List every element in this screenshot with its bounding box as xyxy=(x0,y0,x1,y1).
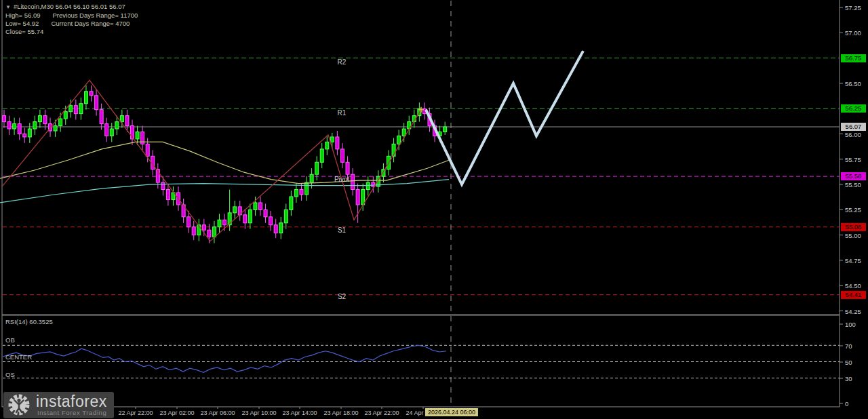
instaforex-logo: instaforex Instant Forex Trading xyxy=(3,392,114,418)
rsi-tick-label: 0 xyxy=(845,400,848,407)
candle-body xyxy=(7,122,11,129)
candle-body xyxy=(366,182,370,189)
candle-body xyxy=(125,116,129,126)
level-label-r1: R1 xyxy=(324,109,359,117)
price-level-badge-s1: 55.08 xyxy=(841,223,866,231)
price-level-badge-current_price: 56.07 xyxy=(841,123,866,131)
current-days-range: Current Days Range= 4700 xyxy=(51,20,130,27)
candle-body xyxy=(294,190,298,197)
level-label-s1: S1 xyxy=(324,226,359,234)
rsi-center-label: CENTER xyxy=(5,353,32,361)
symbol-title: #Litecoin,M30 56.04 56.10 56.01 56.07 xyxy=(14,3,125,10)
price-level-badge-s2: 54.41 xyxy=(841,291,866,299)
candle-body xyxy=(279,223,283,233)
rsi-line xyxy=(3,345,446,372)
candle-body xyxy=(161,182,165,189)
price-tick-label: 54.25 xyxy=(845,308,861,315)
symbol-title-line: ▼#Litecoin,M30 56.04 56.10 56.01 56.07 xyxy=(5,3,138,12)
day-low-value: Low= 54.92 xyxy=(5,20,39,27)
candle-body xyxy=(326,142,329,148)
candle-body xyxy=(340,149,344,162)
price-tick-label: 56.00 xyxy=(845,131,861,138)
candle-body xyxy=(402,129,406,136)
candle-body xyxy=(64,112,67,119)
logo-wordmark: instaforex xyxy=(36,395,107,409)
time-tick-label: 23 Apr 14:00 xyxy=(282,410,317,416)
time-tick-label: 23 Apr 18:00 xyxy=(323,410,358,416)
price-level-badge-pivot: 55.58 xyxy=(841,172,866,180)
candle-body xyxy=(320,149,323,162)
price-tick-label: 55.50 xyxy=(845,181,861,188)
candle-body xyxy=(290,197,293,210)
candle-body xyxy=(315,162,319,174)
candle-body xyxy=(110,129,113,136)
candle-body xyxy=(202,225,205,230)
candle-body xyxy=(18,124,21,134)
rsi-tick-label: 50 xyxy=(845,359,852,366)
main-panel-border xyxy=(2,0,840,315)
rsi-indicator-label: RSI(14) 60.3525 xyxy=(5,318,53,325)
rsi-oversold-label: OS xyxy=(5,371,15,378)
price-level-badge-r1: 56.25 xyxy=(841,104,866,113)
rsi-tick-label: 70 xyxy=(845,342,852,350)
time-tick-label: 22 Apr 22:00 xyxy=(118,410,153,416)
candle-body xyxy=(274,225,277,233)
candle-body xyxy=(218,220,221,226)
candle-body xyxy=(105,124,108,136)
ma-fast-line xyxy=(0,142,449,183)
candle-body xyxy=(136,132,139,139)
candle-body xyxy=(264,210,267,216)
rsi-tick-label: 100 xyxy=(845,321,856,328)
candle-body xyxy=(356,190,359,205)
candle-body xyxy=(59,119,62,125)
candle-body xyxy=(95,96,98,110)
candle-body xyxy=(284,210,288,222)
price-tick-label: 55.75 xyxy=(845,156,861,163)
candle-body xyxy=(254,203,257,210)
candle-body xyxy=(248,210,252,222)
price-tick-label: 57.00 xyxy=(845,29,861,37)
time-tick-label: 23 Apr 06:00 xyxy=(200,410,235,416)
price-level-badge-r2: 56.75 xyxy=(841,54,866,62)
candle-body xyxy=(90,92,93,96)
candle-body xyxy=(208,230,211,237)
candle-body xyxy=(187,217,191,227)
candle-body xyxy=(443,127,447,132)
candle-body xyxy=(212,227,216,237)
candle-body xyxy=(243,215,247,223)
day-close-value: Close= 55.74 xyxy=(5,28,138,36)
time-tick-label: 23 Apr 22:00 xyxy=(364,410,399,416)
level-label-r2: R2 xyxy=(324,58,359,66)
price-tick-label: 54.50 xyxy=(845,282,861,290)
candle-body xyxy=(69,106,73,112)
candle-body xyxy=(13,124,16,129)
candle-body xyxy=(100,110,103,124)
candle-body xyxy=(300,190,303,195)
rsi-tick-label: 30 xyxy=(845,375,852,382)
candle-body xyxy=(192,227,195,235)
candle-body xyxy=(336,137,339,149)
candle-body xyxy=(43,116,47,124)
candle-body xyxy=(146,144,149,156)
candle-body xyxy=(79,104,83,114)
trading-chart-window: ▼#Litecoin,M30 56.04 56.10 56.01 56.07 H… xyxy=(0,0,868,419)
candle-body xyxy=(23,134,26,137)
forecast-zigzag-line xyxy=(426,51,583,184)
candle-body xyxy=(259,203,262,210)
chart-canvas[interactable] xyxy=(0,0,868,419)
symbol-info: ▼#Litecoin,M30 56.04 56.10 56.01 56.07 H… xyxy=(5,3,138,36)
candle-body xyxy=(346,162,349,174)
candle-body xyxy=(120,116,123,122)
ma-slow-line xyxy=(0,180,449,203)
candle-body xyxy=(74,106,77,114)
time-tick-label: 23 Apr 10:00 xyxy=(241,410,276,416)
price-tick-label: 57.25 xyxy=(845,4,861,12)
candle-body xyxy=(223,220,226,224)
candle-body xyxy=(38,116,41,122)
day-high-value: High= 56.09 xyxy=(5,12,41,19)
candle-body xyxy=(330,137,334,142)
candle-body xyxy=(84,92,87,104)
current-time-label: 2026.04.24 06:00 xyxy=(425,408,478,416)
price-tick-label: 54.75 xyxy=(845,257,861,264)
candle-body xyxy=(305,182,309,195)
